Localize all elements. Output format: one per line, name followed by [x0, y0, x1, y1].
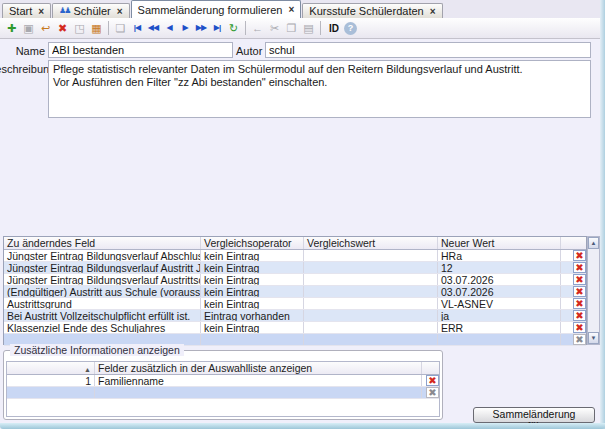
cell-wert[interactable]	[304, 298, 438, 309]
cell-neu[interactable]: ERR	[438, 322, 561, 333]
help-icon[interactable]: ?	[344, 22, 357, 35]
tab-start[interactable]: Start ×	[2, 3, 51, 18]
paste-icon[interactable]: ▤	[300, 20, 317, 36]
delete-row-button[interactable]: ✖	[573, 322, 586, 333]
window-bottom-border	[0, 423, 605, 429]
delete-row-button[interactable]: ✖	[573, 286, 586, 297]
table-row[interactable]: Austrittsgrund kein Eintrag VL-ASNEV ✖	[4, 298, 586, 310]
cell-operator[interactable]: Eintrag vorhanden	[201, 310, 304, 321]
nav-first-icon[interactable]: |◀	[129, 20, 145, 36]
select-record-icon[interactable]: ◳	[71, 20, 88, 36]
cell-wert[interactable]	[304, 310, 438, 321]
nav-prev-icon[interactable]: ◀	[161, 20, 177, 36]
scroll-up-icon[interactable]: ▲	[588, 237, 599, 249]
delete-row-button[interactable]: ✖	[573, 262, 586, 273]
cell-neu[interactable]: 03.07.2026	[438, 286, 561, 297]
cell-wert[interactable]	[304, 322, 438, 333]
add-record-icon[interactable]: ✚	[3, 20, 20, 36]
table-row[interactable]: Jüngster Eintrag Bildungsverlauf Austrit…	[4, 262, 586, 274]
beschreibung-textarea[interactable]: Pflege statistisch relevanter Daten im S…	[48, 60, 591, 118]
cell-operator[interactable]: kein Eintrag	[201, 250, 304, 261]
nav-last-icon[interactable]: ▶|	[209, 20, 225, 36]
toolbar: ✚ ▣ ↩ ✖ ◳ ▦ ❏ |◀ ◀◀ ◀ ▶ ▶▶ ▶| ↻ ← ✂ ❐ ▤ …	[0, 18, 605, 39]
cell-index[interactable]: 1	[7, 375, 95, 386]
save-icon[interactable]: ▣	[20, 20, 37, 36]
zusatzinfo-row-new-empty[interactable]: ✖	[7, 387, 439, 399]
name-input[interactable]	[48, 42, 233, 58]
cell-operator[interactable]: kein Eintrag	[201, 286, 304, 297]
cell-operator[interactable]: kein Eintrag	[201, 298, 304, 309]
cell-feld[interactable]: (Endgültiger) Austritt aus Schule (vorau…	[4, 286, 201, 297]
table-scrollbar[interactable]: ▲ ▼	[587, 236, 600, 345]
tab-label: Schüler	[73, 5, 110, 17]
table-row[interactable]: Klassenziel Ende des Schuljahres kein Ei…	[4, 322, 586, 334]
cell-operator[interactable]: kein Eintrag	[201, 274, 304, 285]
cell-neu[interactable]: ja	[438, 310, 561, 321]
tab-schueler[interactable]: ♟♟ Schüler ×	[52, 3, 129, 18]
column-header-feld[interactable]: Zu änderndes Feld	[4, 237, 201, 249]
sammelaenderung-ausfuehren-button[interactable]: Sammeländerung ausführen	[473, 407, 595, 423]
zusatzinfo-groupbox: Zusätzliche Informationen anzeigen ▲ Fel…	[3, 350, 443, 420]
tab-sammelaenderung-formulieren[interactable]: Sammeländerung formulieren ×	[131, 0, 302, 18]
cell-neu[interactable]: VL-ASNEV	[438, 298, 561, 309]
move-left-icon[interactable]: ←	[249, 20, 266, 36]
delete-row-button[interactable]: ✖	[573, 274, 586, 285]
cell-feld[interactable]: Jüngster Eintrag Bildungsverlauf Austrit…	[4, 262, 201, 273]
cell-operator[interactable]: kein Eintrag	[201, 322, 304, 333]
nav-next-fast-icon[interactable]: ▶▶	[193, 20, 209, 36]
cut-icon[interactable]: ✂	[266, 20, 283, 36]
delete-row-button[interactable]: ✖	[573, 310, 586, 321]
undo-icon[interactable]: ↩	[37, 20, 54, 36]
cell-neu[interactable]: HRa	[438, 250, 561, 261]
cell-wert[interactable]	[304, 274, 438, 285]
nav-next-icon[interactable]: ▶	[177, 20, 193, 36]
close-icon[interactable]: ×	[288, 4, 294, 15]
cell-neu[interactable]: 03.07.2026	[438, 274, 561, 285]
cell-operator[interactable]: kein Eintrag	[201, 262, 304, 273]
column-header-wert[interactable]: Vergleichswert	[304, 237, 438, 249]
folder-icon[interactable]: ❏	[112, 20, 129, 36]
zusatzinfo-table: ▲ Felder zusätzlich in der Auswahlliste …	[6, 361, 440, 417]
table-row[interactable]: Jüngster Eintrag Bildungsverlauf Austrit…	[4, 274, 586, 286]
edit-grid-icon[interactable]: ▦	[88, 20, 105, 36]
table-row[interactable]: (Endgültiger) Austritt aus Schule (vorau…	[4, 286, 586, 298]
cell-feld-name[interactable]	[95, 387, 422, 398]
delete-row-button[interactable]: ✖	[573, 250, 586, 261]
cell-operator[interactable]	[201, 334, 304, 345]
tab-kursstufe-schuelerdaten[interactable]: Kursstufe Schülerdaten ×	[302, 3, 442, 18]
cell-wert[interactable]	[304, 286, 438, 297]
table-row[interactable]: Bei Austritt Vollzeitschulpflicht erfüll…	[4, 310, 586, 322]
cell-feld[interactable]: Klassenziel Ende des Schuljahres	[4, 322, 201, 333]
column-header-neu[interactable]: Neuer Wert	[438, 237, 561, 249]
criteria-table-header: Zu änderndes Feld Vergleichsoperator Ver…	[4, 237, 586, 250]
cell-wert[interactable]	[304, 262, 438, 273]
cell-wert[interactable]	[304, 250, 438, 261]
nav-prev-fast-icon[interactable]: ◀◀	[145, 20, 161, 36]
refresh-icon[interactable]: ↻	[225, 20, 242, 36]
close-icon[interactable]: ×	[430, 6, 436, 17]
cell-feld[interactable]: Jüngster Eintrag Bildungsverlauf Austrit…	[4, 274, 201, 285]
close-icon[interactable]: ×	[117, 6, 123, 17]
cell-feld[interactable]: Austrittsgrund	[4, 298, 201, 309]
autor-input[interactable]	[265, 42, 591, 58]
cell-wert[interactable]	[304, 334, 438, 345]
column-header-operator[interactable]: Vergleichsoperator	[201, 237, 304, 249]
cell-index[interactable]	[7, 387, 95, 398]
table-row[interactable]: Jüngster Eintrag Bildungsverlauf Abschlu…	[4, 250, 586, 262]
delete-row-button[interactable]: ✖	[426, 375, 439, 386]
copy-icon[interactable]: ❐	[283, 20, 300, 36]
delete-icon[interactable]: ✖	[54, 20, 71, 36]
delete-row-button-disabled: ✖	[426, 387, 439, 398]
cell-neu[interactable]: 12	[438, 262, 561, 273]
cell-feld[interactable]: Bei Austritt Vollzeitschulpflicht erfüll…	[4, 310, 201, 321]
cell-neu[interactable]	[438, 334, 561, 345]
column-header-index[interactable]: ▲	[7, 362, 95, 374]
column-header-felder[interactable]: Felder zusätzlich in der Auswahlliste an…	[95, 362, 422, 374]
cell-feld-name[interactable]: Familienname	[95, 375, 422, 386]
close-icon[interactable]: ×	[38, 6, 44, 17]
cell-feld[interactable]: Jüngster Eintrag Bildungsverlauf Abschlu…	[4, 250, 201, 261]
scroll-down-icon[interactable]: ▼	[588, 332, 599, 344]
delete-row-button[interactable]: ✖	[573, 298, 586, 309]
zusatzinfo-row[interactable]: 1 Familienname ✖	[7, 375, 439, 387]
id-button[interactable]: ID	[324, 23, 344, 34]
